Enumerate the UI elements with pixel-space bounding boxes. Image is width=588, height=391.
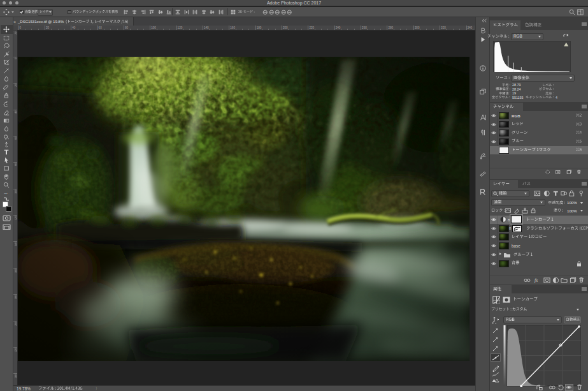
svg-text:fx: fx — [534, 277, 538, 283]
